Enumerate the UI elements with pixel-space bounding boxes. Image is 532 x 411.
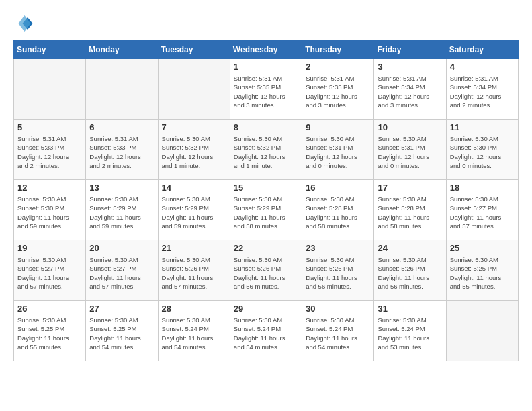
weekday-header: Friday xyxy=(374,41,446,59)
calendar-cell: 30Sunrise: 5:30 AM Sunset: 5:24 PM Dayli… xyxy=(302,301,374,361)
weekday-header: Tuesday xyxy=(158,41,230,59)
day-info: Sunrise: 5:30 AM Sunset: 5:29 PM Dayligh… xyxy=(89,195,154,230)
calendar: SundayMondayTuesdayWednesdayThursdayFrid… xyxy=(13,40,519,361)
calendar-cell: 22Sunrise: 5:30 AM Sunset: 5:26 PM Dayli… xyxy=(230,240,302,301)
calendar-cell: 2Sunrise: 5:31 AM Sunset: 5:35 PM Daylig… xyxy=(302,59,374,120)
calendar-cell: 25Sunrise: 5:30 AM Sunset: 5:25 PM Dayli… xyxy=(446,240,518,301)
calendar-cell: 19Sunrise: 5:30 AM Sunset: 5:27 PM Dayli… xyxy=(14,240,86,301)
calendar-week-row: 12Sunrise: 5:30 AM Sunset: 5:30 PM Dayli… xyxy=(14,180,519,240)
day-number: 16 xyxy=(306,183,370,193)
logo xyxy=(13,13,36,34)
calendar-cell xyxy=(86,59,158,120)
day-number: 13 xyxy=(89,183,154,193)
calendar-cell: 18Sunrise: 5:30 AM Sunset: 5:27 PM Dayli… xyxy=(446,180,518,240)
day-number: 18 xyxy=(450,183,515,193)
day-number: 28 xyxy=(162,304,226,314)
calendar-cell: 16Sunrise: 5:30 AM Sunset: 5:28 PM Dayli… xyxy=(302,180,374,240)
calendar-cell xyxy=(446,301,518,361)
calendar-week-row: 1Sunrise: 5:31 AM Sunset: 5:35 PM Daylig… xyxy=(14,59,519,120)
day-info: Sunrise: 5:30 AM Sunset: 5:27 PM Dayligh… xyxy=(450,195,515,230)
day-number: 29 xyxy=(234,304,298,314)
day-number: 26 xyxy=(17,304,82,314)
weekday-header: Sunday xyxy=(14,41,86,59)
day-info: Sunrise: 5:30 AM Sunset: 5:29 PM Dayligh… xyxy=(162,195,226,230)
day-number: 17 xyxy=(378,183,442,193)
day-info: Sunrise: 5:30 AM Sunset: 5:25 PM Dayligh… xyxy=(17,316,82,351)
calendar-header-row: SundayMondayTuesdayWednesdayThursdayFrid… xyxy=(14,41,519,59)
calendar-cell xyxy=(14,59,86,120)
calendar-cell: 13Sunrise: 5:30 AM Sunset: 5:29 PM Dayli… xyxy=(86,180,158,240)
calendar-cell: 5Sunrise: 5:31 AM Sunset: 5:33 PM Daylig… xyxy=(14,120,86,180)
day-number: 23 xyxy=(306,243,370,253)
calendar-week-row: 26Sunrise: 5:30 AM Sunset: 5:25 PM Dayli… xyxy=(14,301,519,361)
day-number: 12 xyxy=(17,183,82,193)
day-info: Sunrise: 5:30 AM Sunset: 5:28 PM Dayligh… xyxy=(378,195,442,230)
day-info: Sunrise: 5:30 AM Sunset: 5:24 PM Dayligh… xyxy=(234,316,298,351)
day-info: Sunrise: 5:30 AM Sunset: 5:30 PM Dayligh… xyxy=(450,134,515,170)
day-number: 27 xyxy=(89,304,154,314)
day-number: 3 xyxy=(378,62,442,72)
day-number: 20 xyxy=(89,243,154,253)
day-info: Sunrise: 5:30 AM Sunset: 5:24 PM Dayligh… xyxy=(306,316,370,351)
day-number: 11 xyxy=(450,122,515,132)
day-number: 30 xyxy=(306,304,370,314)
day-info: Sunrise: 5:30 AM Sunset: 5:26 PM Dayligh… xyxy=(306,255,370,291)
day-number: 5 xyxy=(17,122,82,132)
calendar-cell: 15Sunrise: 5:30 AM Sunset: 5:29 PM Dayli… xyxy=(230,180,302,240)
day-info: Sunrise: 5:30 AM Sunset: 5:26 PM Dayligh… xyxy=(162,255,226,291)
day-info: Sunrise: 5:30 AM Sunset: 5:26 PM Dayligh… xyxy=(378,255,442,291)
day-number: 14 xyxy=(162,183,226,193)
day-number: 25 xyxy=(450,243,515,253)
calendar-cell: 27Sunrise: 5:30 AM Sunset: 5:25 PM Dayli… xyxy=(86,301,158,361)
day-number: 9 xyxy=(306,122,370,132)
day-number: 1 xyxy=(234,62,298,72)
calendar-cell: 24Sunrise: 5:30 AM Sunset: 5:26 PM Dayli… xyxy=(374,240,446,301)
day-number: 21 xyxy=(162,243,226,253)
svg-marker-1 xyxy=(19,15,31,32)
calendar-cell: 17Sunrise: 5:30 AM Sunset: 5:28 PM Dayli… xyxy=(374,180,446,240)
calendar-cell: 21Sunrise: 5:30 AM Sunset: 5:26 PM Dayli… xyxy=(158,240,230,301)
calendar-cell: 11Sunrise: 5:30 AM Sunset: 5:30 PM Dayli… xyxy=(446,120,518,180)
weekday-header: Saturday xyxy=(446,41,518,59)
calendar-cell: 31Sunrise: 5:30 AM Sunset: 5:24 PM Dayli… xyxy=(374,301,446,361)
day-info: Sunrise: 5:30 AM Sunset: 5:32 PM Dayligh… xyxy=(162,134,226,170)
calendar-week-row: 19Sunrise: 5:30 AM Sunset: 5:27 PM Dayli… xyxy=(14,240,519,301)
calendar-cell: 8Sunrise: 5:30 AM Sunset: 5:32 PM Daylig… xyxy=(230,120,302,180)
day-info: Sunrise: 5:31 AM Sunset: 5:33 PM Dayligh… xyxy=(89,134,154,170)
calendar-cell: 29Sunrise: 5:30 AM Sunset: 5:24 PM Dayli… xyxy=(230,301,302,361)
day-info: Sunrise: 5:30 AM Sunset: 5:30 PM Dayligh… xyxy=(17,195,82,230)
day-info: Sunrise: 5:30 AM Sunset: 5:25 PM Dayligh… xyxy=(89,316,154,351)
calendar-cell xyxy=(158,59,230,120)
day-info: Sunrise: 5:30 AM Sunset: 5:28 PM Dayligh… xyxy=(306,195,370,230)
calendar-cell: 3Sunrise: 5:31 AM Sunset: 5:34 PM Daylig… xyxy=(374,59,446,120)
day-number: 7 xyxy=(162,122,226,132)
day-info: Sunrise: 5:30 AM Sunset: 5:32 PM Dayligh… xyxy=(234,134,298,170)
day-number: 8 xyxy=(234,122,298,132)
calendar-cell: 26Sunrise: 5:30 AM Sunset: 5:25 PM Dayli… xyxy=(14,301,86,361)
day-info: Sunrise: 5:31 AM Sunset: 5:35 PM Dayligh… xyxy=(306,74,370,109)
day-number: 4 xyxy=(450,62,515,72)
day-info: Sunrise: 5:30 AM Sunset: 5:24 PM Dayligh… xyxy=(378,316,442,351)
weekday-header: Wednesday xyxy=(230,41,302,59)
day-info: Sunrise: 5:31 AM Sunset: 5:33 PM Dayligh… xyxy=(17,134,82,170)
calendar-cell: 14Sunrise: 5:30 AM Sunset: 5:29 PM Dayli… xyxy=(158,180,230,240)
day-number: 10 xyxy=(378,122,442,132)
calendar-cell: 20Sunrise: 5:30 AM Sunset: 5:27 PM Dayli… xyxy=(86,240,158,301)
calendar-cell: 4Sunrise: 5:31 AM Sunset: 5:34 PM Daylig… xyxy=(446,59,518,120)
page-header xyxy=(13,13,519,34)
calendar-cell: 10Sunrise: 5:30 AM Sunset: 5:31 PM Dayli… xyxy=(374,120,446,180)
day-info: Sunrise: 5:30 AM Sunset: 5:25 PM Dayligh… xyxy=(450,255,515,291)
day-number: 24 xyxy=(378,243,442,253)
day-number: 6 xyxy=(89,122,154,132)
day-number: 22 xyxy=(234,243,298,253)
day-info: Sunrise: 5:31 AM Sunset: 5:34 PM Dayligh… xyxy=(378,74,442,109)
day-info: Sunrise: 5:30 AM Sunset: 5:31 PM Dayligh… xyxy=(378,134,442,170)
day-number: 19 xyxy=(17,243,82,253)
day-number: 15 xyxy=(234,183,298,193)
day-info: Sunrise: 5:30 AM Sunset: 5:27 PM Dayligh… xyxy=(17,255,82,291)
weekday-header: Monday xyxy=(86,41,158,59)
day-info: Sunrise: 5:30 AM Sunset: 5:29 PM Dayligh… xyxy=(234,195,298,230)
calendar-cell: 23Sunrise: 5:30 AM Sunset: 5:26 PM Dayli… xyxy=(302,240,374,301)
weekday-header: Thursday xyxy=(302,41,374,59)
day-info: Sunrise: 5:31 AM Sunset: 5:35 PM Dayligh… xyxy=(234,74,298,109)
